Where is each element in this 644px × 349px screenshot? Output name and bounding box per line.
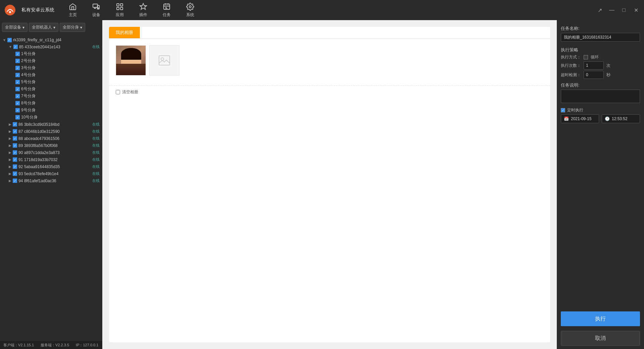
nav-home-label: 主页 (69, 12, 77, 18)
loop-checkbox[interactable] (584, 55, 588, 59)
maximize-button[interactable]: □ (619, 5, 629, 15)
schedule-section: 定时执行 📅 2021-09-15 🕐 12:53:52 (561, 107, 640, 123)
tree-root-item[interactable]: ▼ rk3399_firefly_sr_c11g_jd4 (2, 37, 100, 43)
schedule-label: 定时执行 (567, 107, 583, 113)
partition-6[interactable]: 6号分身 (15, 86, 100, 93)
app-title: 私有安卓云系统 (21, 7, 54, 13)
server-version: 服务端：V2.2.3.5 (41, 343, 69, 348)
nav-apps[interactable]: 应用 (108, 0, 131, 20)
timeout-unit: 秒 (606, 72, 610, 78)
tree-node-88-label[interactable]: ▶ 88 abceadc479361506 在线 (8, 135, 100, 142)
app-logo (0, 0, 20, 20)
photo-person (116, 45, 146, 76)
nav-tasks[interactable]: 任务 (155, 0, 178, 20)
titlebar: 私有安卓云系统 主页 设备 应用 (0, 0, 644, 20)
partition-7[interactable]: 7号分身 (15, 93, 100, 100)
timeout-label: 超时检测： (561, 72, 581, 78)
photo-item-2[interactable] (149, 45, 179, 76)
partition-3[interactable]: 3号分身 (15, 64, 100, 71)
chevron-down-icon: ▾ (53, 25, 55, 30)
photo-panel: 我的相册 (109, 27, 550, 342)
partition-5[interactable]: 5号分身 (15, 79, 100, 86)
nav-bar: 主页 设备 应用 插件 (61, 0, 595, 20)
filter-all-devices[interactable]: 全部设备 ▾ (2, 23, 28, 32)
date-value: 2021-09-15 (571, 116, 591, 121)
loop-label: 循环 (591, 54, 599, 60)
partition-1[interactable]: 1号分身 (15, 50, 100, 57)
task-name-input[interactable] (561, 33, 640, 42)
task-desc-label: 任务说明: (561, 82, 640, 88)
exec-count-input[interactable] (584, 61, 604, 69)
nav-plugins[interactable]: 插件 (131, 0, 155, 20)
tree-node-86: ▶ 86 3b8c3cd9d35184bd 在线 (2, 121, 100, 128)
my-album-tab[interactable]: 我的相册 (109, 27, 140, 38)
tree-node-89-label[interactable]: ▶ 89 3893f8a567b0f068 在线 (8, 142, 100, 149)
chevron-down-icon: ▾ (80, 25, 82, 30)
external-link-button[interactable]: ↗ (595, 5, 604, 15)
client-version: 客户端：V2.1.15.1 (3, 343, 34, 348)
svg-point-0 (5, 5, 15, 15)
svg-point-9 (189, 6, 191, 8)
partition-4[interactable]: 4号分身 (15, 71, 100, 79)
tree-node-91: ▶ 91 1718d19a33b7032 在线 (2, 156, 100, 163)
tree-node-86-label[interactable]: ▶ 86 3b8c3cd9d35184bd 在线 (8, 121, 100, 128)
tree-root: ▼ rk3399_firefly_sr_c11g_jd4 ▼ 85 433cee… (0, 36, 102, 185)
minimize-button[interactable]: — (607, 5, 616, 15)
task-name-section: 任务名称: (561, 26, 640, 42)
time-input[interactable]: 🕐 12:53:52 (602, 114, 640, 123)
timeout-row: 超时检测： 秒 (561, 71, 640, 79)
exec-count-unit: 次 (606, 63, 610, 68)
nav-devices[interactable]: 设备 (85, 0, 108, 20)
calendar-icon: 📅 (564, 116, 569, 121)
exec-strategy-section: 执行策略 执行方式： 循环 执行次数： 次 超时检测： 秒 (561, 45, 640, 79)
execute-button[interactable]: 执行 (561, 311, 640, 326)
partition-2[interactable]: 2号分身 (15, 57, 100, 64)
task-desc-input[interactable] (561, 90, 640, 103)
clock-icon: 🕐 (605, 116, 610, 121)
status-bar: 客户端：V2.1.15.1 服务端：V2.2.3.5 IP：127.0.0.1 (0, 341, 102, 349)
tree-child-85-label[interactable]: ▼ 85 433ceeb20441e143 在线 (8, 43, 100, 50)
exec-count-label: 执行次数： (561, 63, 581, 68)
timeout-input[interactable] (584, 71, 604, 79)
svg-rect-2 (93, 4, 98, 7)
partition-10[interactable]: 10号分身 (15, 114, 100, 121)
tree-child-85: ▼ 85 433ceeb20441e143 在线 1号分身 2号分 (2, 43, 100, 121)
tree-node-94-label[interactable]: ▶ 94 8f61afef1ad0ac36 在线 (8, 177, 100, 184)
partition-9[interactable]: 9号分身 (15, 107, 100, 114)
exec-mode-label: 执行方式： (561, 54, 581, 60)
close-button[interactable]: ✕ (631, 5, 641, 15)
tree-node-93-label[interactable]: ▶ 93 5edcd78efe49b1e4 在线 (8, 170, 100, 177)
tree-node-91-label[interactable]: ▶ 91 1718d19a33b7032 在线 (8, 156, 100, 163)
datetime-row: 📅 2021-09-15 🕐 12:53:52 (561, 114, 640, 123)
child-85-checkbox[interactable] (13, 45, 18, 49)
exec-strategy-title: 执行策略 (561, 47, 640, 53)
photo-item-1[interactable] (116, 45, 146, 76)
nav-system[interactable]: 系统 (178, 0, 202, 20)
tree-node-89: ▶ 89 3893f8a567b0f068 在线 (2, 142, 100, 149)
nav-home[interactable]: 主页 (61, 0, 85, 20)
svg-rect-4 (117, 4, 119, 6)
clear-album-checkbox[interactable] (116, 90, 120, 94)
root-checkbox[interactable] (7, 38, 12, 42)
chevron-down-icon: ▾ (22, 25, 24, 30)
tree-node-87: ▶ 87 c8046b1d0e312590 在线 (2, 128, 100, 135)
window-controls: ↗ — □ ✕ (595, 5, 641, 15)
tree-node-92-label[interactable]: ▶ 92 5abaa91644835d35 在线 (8, 163, 100, 170)
sidebar: 全部设备 ▾ 全部机器人 ▾ 全部分身 ▾ ▼ rk3399_firefly_s… (0, 20, 102, 349)
schedule-checkbox[interactable] (561, 108, 565, 112)
tree-node-90: ▶ 90 a897c1dda2e3a873 在线 (2, 149, 100, 156)
filter-all-robots[interactable]: 全部机器人 ▾ (29, 23, 58, 32)
schedule-row: 定时执行 (561, 107, 640, 113)
svg-rect-6 (117, 7, 119, 10)
partition-8[interactable]: 8号分身 (15, 100, 100, 107)
tree-node-87-label[interactable]: ▶ 87 c8046b1d0e312590 在线 (8, 128, 100, 135)
date-input[interactable]: 📅 2021-09-15 (561, 114, 599, 123)
filter-all-partitions[interactable]: 全部分身 ▾ (60, 23, 85, 32)
svg-rect-5 (120, 4, 123, 6)
tree-node-90-label[interactable]: ▶ 90 a897c1dda2e3a873 在线 (8, 149, 100, 156)
nav-tasks-label: 任务 (163, 12, 171, 18)
tree-node-92: ▶ 92 5abaa91644835d35 在线 (2, 163, 100, 170)
cancel-button[interactable]: 取消 (561, 331, 640, 346)
time-value: 12:53:52 (612, 116, 628, 121)
photo-grid (109, 39, 550, 82)
